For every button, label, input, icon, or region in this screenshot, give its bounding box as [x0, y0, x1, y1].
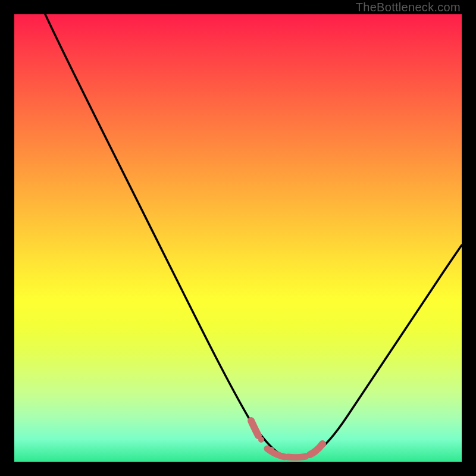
svg-point-0 [258, 437, 264, 443]
bottom-highlight-marks [251, 421, 322, 461]
svg-point-1 [268, 447, 274, 453]
chart-curve-overlay [14, 14, 462, 462]
svg-point-4 [303, 453, 309, 459]
watermark-text: TheBottleneck.com [356, 1, 461, 14]
svg-point-2 [279, 453, 285, 459]
chart-container: TheBottleneck.com [0, 0, 476, 476]
svg-point-3 [291, 455, 297, 461]
svg-point-5 [314, 447, 320, 453]
main-curve [45, 14, 462, 458]
